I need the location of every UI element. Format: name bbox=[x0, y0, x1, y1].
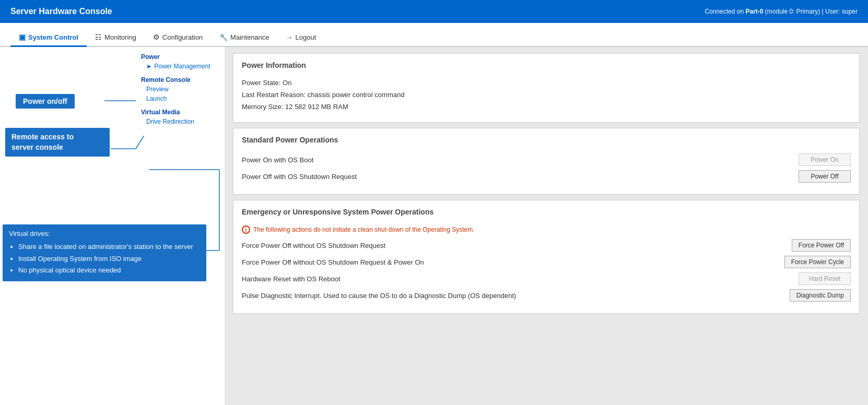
power-on-button: Power On bbox=[799, 153, 851, 166]
annotation-virtual-list: Share a file located on administrator's … bbox=[18, 242, 200, 276]
power-on-row: Power On with OS Boot Power On bbox=[242, 153, 851, 166]
power-on-label: Power On with OS Boot bbox=[242, 156, 313, 164]
emergency-power-section: Emergency or Unresponsive System Power O… bbox=[233, 200, 860, 314]
annotation-remote: Remote access toserver console bbox=[5, 128, 110, 157]
tab-system-control-label: System Control bbox=[28, 33, 78, 41]
power-off-button[interactable]: Power Off bbox=[799, 170, 851, 183]
annotation-virtual-title: Virtual drives: bbox=[9, 230, 50, 237]
nav-tabs: ▣ System Control ☷ Monitoring ⚙ Configur… bbox=[0, 23, 868, 47]
power-information-title: Power Information bbox=[242, 61, 851, 73]
sidebar-link-virtual-media[interactable]: Virtual Media bbox=[136, 108, 225, 117]
exit-icon: → bbox=[286, 33, 293, 41]
left-area: Power on/off Remote access toserver cons… bbox=[0, 47, 225, 405]
annotation-power-label: Power on/off bbox=[23, 97, 67, 105]
tab-monitoring[interactable]: ☷ Monitoring bbox=[87, 29, 145, 47]
standard-power-section: Standard Power Operations Power On with … bbox=[233, 128, 860, 195]
sidebar-link-preview[interactable]: Preview bbox=[136, 85, 225, 94]
diagnostic-dump-row: Pulse Diagnostic Interrupt. Used to caus… bbox=[242, 289, 851, 302]
connection-bold: Part-0 bbox=[745, 8, 763, 15]
power-off-row: Power Off with OS Shutdown Request Power… bbox=[242, 170, 851, 183]
warning-message: The following actions do not initiate a … bbox=[253, 226, 475, 233]
sidebar-section-remote: Remote Console Preview Launch bbox=[136, 75, 225, 103]
force-power-off-label: Force Power Off without OS Shutdown Requ… bbox=[242, 242, 385, 249]
diagnostic-dump-button[interactable]: Diagnostic Dump bbox=[790, 289, 851, 302]
force-power-cycle-label: Force Power Off without OS Shutdown Requ… bbox=[242, 258, 424, 266]
list-item: No physical optical device needed bbox=[18, 265, 200, 276]
sidebar-section-power: Power ► Power Management bbox=[136, 52, 225, 71]
info-icon: i bbox=[242, 225, 250, 234]
list-item: Share a file located on administrator's … bbox=[18, 242, 200, 253]
standard-power-title: Standard Power Operations bbox=[242, 136, 851, 147]
tab-monitoring-label: Monitoring bbox=[104, 33, 136, 41]
annotation-remote-label: Remote access toserver console bbox=[11, 133, 74, 151]
force-power-cycle-row: Force Power Off without OS Shutdown Requ… bbox=[242, 256, 851, 268]
tab-maintenance-label: Maintenance bbox=[230, 33, 269, 41]
content-area: Power Information Power State: On Last R… bbox=[225, 47, 868, 405]
annotation-power: Power on/off bbox=[16, 94, 75, 109]
connection-detail: (module 0: Primary) | User: super bbox=[764, 8, 858, 15]
main-layout: Power on/off Remote access toserver cons… bbox=[0, 47, 868, 405]
force-power-off-row: Force Power Off without OS Shutdown Requ… bbox=[242, 239, 851, 252]
list-icon: ☷ bbox=[95, 33, 102, 41]
sidebar-link-power[interactable]: Power bbox=[136, 52, 225, 62]
warning-text: i The following actions do not initiate … bbox=[242, 225, 851, 234]
power-off-label: Power Off with OS Shutdown Request bbox=[242, 173, 357, 181]
hard-reset-label: Hardware Reset with OS Reboot bbox=[242, 275, 341, 283]
sidebar-link-remote-console[interactable]: Remote Console bbox=[136, 75, 225, 85]
connection-prefix: Connected on bbox=[705, 8, 745, 15]
sidebar-link-drive-redirection[interactable]: Drive Redirection bbox=[136, 117, 225, 126]
app-title: Server Hardware Console bbox=[10, 7, 112, 16]
tab-logout[interactable]: → Logout bbox=[278, 29, 325, 47]
diagnostic-dump-label: Pulse Diagnostic Interrupt. Used to caus… bbox=[242, 292, 516, 300]
sidebar: Power ► Power Management Remote Console … bbox=[136, 47, 225, 136]
tab-logout-label: Logout bbox=[296, 33, 316, 41]
restart-reason-row: Last Restart Reason: chassis power contr… bbox=[242, 91, 851, 99]
list-item: Install Operating System from ISO image bbox=[18, 254, 200, 265]
wrench-icon: 🔧 bbox=[219, 33, 228, 41]
force-power-cycle-button[interactable]: Force Power Cycle bbox=[784, 256, 851, 268]
tab-configuration-label: Configuration bbox=[162, 33, 203, 41]
hard-reset-row: Hardware Reset with OS Reboot Hard Reset bbox=[242, 272, 851, 285]
power-state-row: Power State: On bbox=[242, 79, 851, 87]
gear-icon: ⚙ bbox=[153, 33, 160, 41]
emergency-power-title: Emergency or Unresponsive System Power O… bbox=[242, 208, 851, 219]
sidebar-section-virtual: Virtual Media Drive Redirection bbox=[136, 108, 225, 126]
memory-size-row: Memory Size: 12 582 912 MB RAM bbox=[242, 103, 851, 111]
force-power-off-button[interactable]: Force Power Off bbox=[792, 239, 851, 252]
tab-maintenance[interactable]: 🔧 Maintenance bbox=[211, 29, 277, 47]
tab-system-control[interactable]: ▣ System Control bbox=[10, 29, 87, 47]
power-information-section: Power Information Power State: On Last R… bbox=[233, 53, 860, 123]
hard-reset-button: Hard Reset bbox=[799, 272, 851, 285]
annotation-virtual: Virtual drives: Share a file located on … bbox=[3, 224, 206, 281]
tab-configuration[interactable]: ⚙ Configuration bbox=[145, 29, 211, 47]
header: Server Hardware Console Connected on Par… bbox=[0, 0, 868, 23]
sidebar-link-power-management[interactable]: ► Power Management bbox=[136, 62, 225, 71]
monitor-icon: ▣ bbox=[19, 33, 26, 41]
connection-info: Connected on Part-0 (module 0: Primary) … bbox=[705, 8, 858, 15]
sidebar-link-launch[interactable]: Launch bbox=[136, 94, 225, 103]
